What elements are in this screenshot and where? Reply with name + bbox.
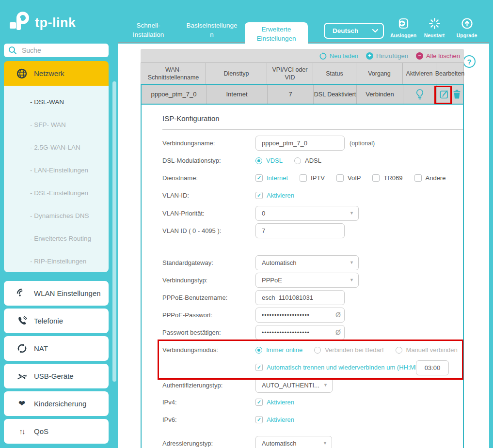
select-value: Automatisch xyxy=(262,440,297,447)
cell-bearbeiten xyxy=(437,85,463,104)
radio-manuell-verbinden[interactable]: Manuell verbinden xyxy=(396,346,458,354)
sidebar-subitem-sfp-wan[interactable]: - SFP- WAN xyxy=(30,121,66,128)
eye-slash-icon[interactable] xyxy=(335,328,341,336)
add-button[interactable]: + Hinzufügen xyxy=(366,52,408,60)
search-icon xyxy=(8,46,17,55)
verbindungstyp-select[interactable]: PPPoE xyxy=(255,273,359,288)
form-row-verbindungsname: Verbindungsname: (optional) xyxy=(162,136,375,151)
upgrade-button[interactable]: Upgrade xyxy=(453,17,481,38)
sidebar-subitem-dsl-einstellungen[interactable]: - DSL-Einstellungen xyxy=(30,189,88,197)
authentifizierungstyp-select[interactable]: AUTO_AUTHENTI... xyxy=(255,378,333,393)
sidebar-subitem-lan-einstellungen[interactable]: - LAN-Einstellungen xyxy=(30,167,88,174)
search-input[interactable] xyxy=(21,46,100,55)
pppoe-passwort-input[interactable]: ••••••••••••••••••• xyxy=(255,308,345,323)
checkbox-vlan-aktivieren[interactable]: Aktivieren xyxy=(255,192,294,199)
qos-arrows-icon xyxy=(16,427,28,435)
checkbox-icon xyxy=(372,174,380,182)
language-select[interactable]: Deutsch xyxy=(324,23,384,39)
radio-icon xyxy=(255,157,262,164)
checkbox-andere[interactable]: Andere xyxy=(414,174,446,182)
sidebar-subitem-25g-wan-lan[interactable]: - 2.5G-WAN-LAN xyxy=(30,144,80,151)
verbindungsname-input[interactable] xyxy=(255,136,345,151)
sidebar-subitem-erweitertes-routing[interactable]: - Erweitertes Routing xyxy=(30,235,91,242)
form-row-dienstname: Dienstname: Internet IPTV VoIP TR069 And… xyxy=(162,170,445,185)
checkbox-ipv4-aktivieren[interactable]: Aktivieren xyxy=(255,399,294,406)
restart-label: Neustart xyxy=(420,32,449,38)
sidebar-item-qos[interactable]: QoS xyxy=(4,419,109,444)
bulb-icon[interactable] xyxy=(415,89,424,100)
form-row-auto-trennen: Automatisch trennen und wiederverbinden … xyxy=(162,360,423,375)
sidebar-item-netzwerk[interactable]: Netzwerk xyxy=(4,61,109,86)
add-label: Hinzufügen xyxy=(376,52,408,60)
help-icon[interactable] xyxy=(463,55,476,68)
reconnect-time-input[interactable]: 03:00 xyxy=(416,360,449,375)
brand-name: tp-link xyxy=(35,15,76,31)
field-label: VLAN ID ( 0 - 4095 ): xyxy=(162,227,255,234)
checkbox-voip[interactable]: VoIP xyxy=(336,174,361,182)
phone-icon xyxy=(16,316,28,326)
vlan-id-input[interactable] xyxy=(255,223,345,238)
checkbox-tr069[interactable]: TR069 xyxy=(372,174,402,182)
password-dots: ••••••••••••••••••• xyxy=(262,312,310,319)
sidebar-item-wlan-einstellungen[interactable]: WLAN Einstellungen xyxy=(4,281,109,306)
sidebar-item-nat[interactable]: NAT xyxy=(4,336,109,361)
checkbox-auto-trennen[interactable]: Automatisch trennen und wiederverbinden … xyxy=(255,364,423,371)
logout-icon xyxy=(398,17,410,30)
radio-immer-online[interactable]: Immer online xyxy=(255,346,302,354)
vlan-prioritaet-select[interactable]: 0 xyxy=(255,206,359,221)
checkbox-ipv6-aktivieren[interactable]: Aktivieren xyxy=(255,416,294,423)
sidebar-scrollbar[interactable] xyxy=(112,81,116,382)
sidebar-subitem-dsl-wan[interactable]: - DSL-WAN xyxy=(30,98,64,106)
sidebar-subitem-rip-einstellungen[interactable]: - RIP-Einstellungen xyxy=(30,258,86,265)
standardgateway-select[interactable]: Automatisch xyxy=(255,255,359,270)
column-header: Status xyxy=(313,63,356,84)
sidebar-search xyxy=(4,44,109,57)
main-content: Neu laden + Hinzufügen − Alle löschen WA… xyxy=(118,44,489,448)
sidebar-item-usb-geraete[interactable]: USB-Geräte xyxy=(4,364,109,388)
field-label: Verbindungstyp: xyxy=(162,277,255,284)
field-label: Authentifizierungstyp: xyxy=(162,382,255,389)
delete-all-button[interactable]: − Alle löschen xyxy=(416,52,460,60)
checkbox-iptv[interactable]: IPTV xyxy=(300,174,325,182)
heart-icon xyxy=(16,399,28,409)
tab-erweiterte-einstellungen[interactable]: Erweiterte Einstellungen xyxy=(245,22,308,47)
column-header: Vorgang xyxy=(356,63,403,84)
field-label: VLAN-Priorität: xyxy=(162,210,255,217)
field-label: VLAN-ID: xyxy=(162,192,255,199)
radio-verbinden-bei-bedarf[interactable]: Verbinden bei Bedarf xyxy=(314,346,383,354)
tab-schnell-installation[interactable]: Schnell-Installation xyxy=(121,21,175,40)
cell-vorgang-verbinden[interactable]: Verbinden xyxy=(357,85,403,104)
sidebar-item-telefonie[interactable]: Telefonie xyxy=(4,309,109,333)
radio-icon xyxy=(314,347,321,354)
restart-button[interactable]: Neustart xyxy=(420,17,449,38)
cell-vid: 7 xyxy=(268,85,314,104)
sidebar-subitem-dynamisches-dns[interactable]: - Dynamisches DNS xyxy=(30,212,89,219)
reload-button[interactable]: Neu laden xyxy=(319,52,358,60)
cell-wan-name: pppoe_ptm_7_0 xyxy=(142,85,207,104)
column-header: WAN-Schnittstellenname xyxy=(141,63,206,84)
form-row-pppoe-benutzername: PPPoE-Benutzername: xyxy=(162,290,345,305)
radio-vdsl[interactable]: VDSL xyxy=(255,157,283,164)
pppoe-benutzername-input[interactable] xyxy=(255,290,345,305)
edit-icon[interactable] xyxy=(440,90,449,99)
adressierungstyp-select[interactable]: Automatisch xyxy=(255,436,332,448)
dropdown-arrow-icon xyxy=(323,441,327,446)
netzwerk-submenu: - DSL-WAN - SFP- WAN - 2.5G-WAN-LAN - LA… xyxy=(4,86,109,272)
sidebar-item-label: USB-Geräte xyxy=(34,372,74,380)
dropdown-arrow-icon xyxy=(350,211,354,216)
checkbox-internet[interactable]: Internet xyxy=(255,174,288,182)
logout-button[interactable]: Ausloggen xyxy=(388,17,419,38)
eye-slash-icon[interactable] xyxy=(335,311,341,319)
tab-basiseinstellungen[interactable]: Basiseinstellungen xyxy=(186,21,238,40)
radio-adsl[interactable]: ADSL xyxy=(294,157,321,164)
table-header-row: WAN-Schnittstellenname Diensttyp VPI/VCI… xyxy=(141,63,463,84)
sidebar-item-kindersicherung[interactable]: Kindersicherung xyxy=(4,391,109,416)
globe-icon xyxy=(16,68,28,79)
field-label: IPv4: xyxy=(162,399,255,406)
reload-label: Neu laden xyxy=(330,52,358,60)
trash-icon[interactable] xyxy=(453,90,461,99)
field-label: Standardgateway: xyxy=(162,259,255,266)
passwort-bestaetigen-input[interactable]: ••••••••••••••••••• xyxy=(255,325,345,340)
select-value: AUTO_AUTHENTI... xyxy=(262,382,319,389)
select-value: PPPoE xyxy=(262,277,282,284)
